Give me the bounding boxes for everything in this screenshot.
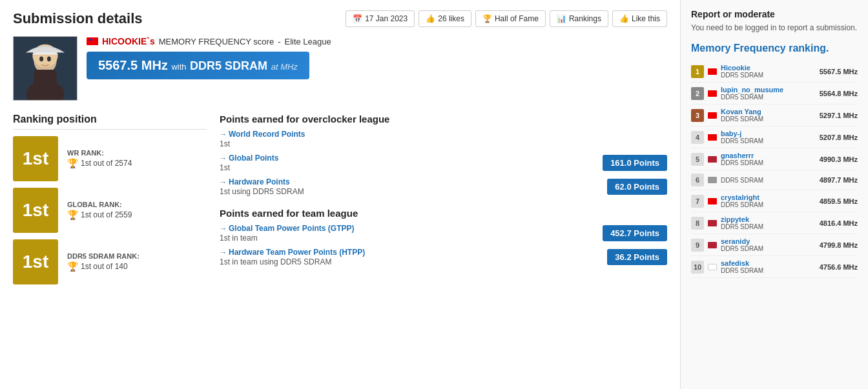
htpp-row: Hardware Team Power Points (HTPP) 1st in… [220,248,667,266]
submission-league: Elite League [284,37,331,46]
hall-of-fame-button[interactable]: 🏆 Hall of Fame [475,10,546,27]
htpp-badge: 36.2 Points [607,249,667,265]
wr-points-link[interactable]: World Record Points [220,130,305,139]
rank-card-global: 1st GLOBAL RANK: 🏆 1st out of 2559 [13,188,207,233]
score-value: 5567.5 MHz [98,58,168,72]
hardware-points-link[interactable]: Hardware Points [220,177,304,186]
rank-user-hw: DDR5 SDRAM [721,223,816,230]
global-rank-badge: 1st [13,188,58,233]
score-ram-type: DDR5 SDRAM [190,59,267,72]
ddr5-rank-info: DDR5 SDRAM RANK: 🏆 1st out of 140 [67,252,140,272]
wr-rank-label: WR RANK: [67,149,132,157]
rankings-label: Rankings [569,14,601,23]
rank-num: 7 [691,195,704,208]
like-this-button[interactable]: 👍 Like this [612,10,667,27]
like-this-label: Like this [632,14,660,23]
submission-score-type: MEMORY FREQUENCY score [159,37,274,46]
flag-icon [708,242,717,248]
trophy-icon-ddr5: 🏆 [67,261,78,272]
rank-user-name[interactable]: lupin_no_musume [721,86,816,94]
htpp-left: Hardware Team Power Points (HTPP) 1st in… [220,248,365,266]
rank-user-name[interactable]: Kovan Yang [721,108,816,115]
rank-user-info: safedisk DDR5 SDRAM [721,259,816,274]
rank-user-info: seranidy DDR5 SDRAM [721,237,816,252]
gtpp-value-text: 1st in team [220,234,354,243]
rankings-button[interactable]: 📊 Rankings [550,10,608,27]
calendar-icon: 📅 [353,14,362,23]
rank-user-info: gnasherrr DDR5 SDRAM [721,152,816,166]
rank-list-item: 7 crystalright DDR5 SDRAM 4859.5 MHz [691,190,858,212]
rank-user-name[interactable]: crystalright [721,194,816,201]
rank-user-info: DDR5 SDRAM [721,177,816,184]
gtpp-badge: 452.7 Points [603,225,667,241]
rank-user-name[interactable]: baby-j [721,130,816,137]
hall-of-fame-label: Hall of Fame [495,14,539,23]
avatar [13,36,78,101]
rank-list-item: 8 zippytek DDR5 SDRAM 4816.4 MHz [691,212,858,234]
rank-user-hw: DDR5 SDRAM [721,267,816,274]
rank-list-item: 6 DDR5 SDRAM 4897.7 MHz [691,170,858,190]
rank-num: 10 [691,261,704,274]
rank-user-name[interactable]: safedisk [721,259,816,267]
global-points-link[interactable]: Global Points [220,154,278,163]
submission-info: 🇹🇼 HICOOKIE`s MEMORY FREQUENCY score - E… [13,36,667,101]
rank-user-info: Hicookie DDR5 SDRAM [721,64,816,79]
svg-point-5 [39,56,43,61]
rank-num: 1 [691,65,704,78]
rank-score: 4756.6 MHz [820,263,858,271]
rank-list-item: 3 Kovan Yang DDR5 SDRAM 5297.1 MHz [691,105,858,126]
sidebar-ranking-title: Memory Frequency ranking. [691,43,858,54]
header-buttons: 📅 17 Jan 2023 👍 26 likes 🏆 Hall of Fame … [346,10,667,27]
rank-user-hw: DDR5 SDRAM [721,94,816,101]
rank-user-info: Kovan Yang DDR5 SDRAM [721,108,816,123]
chart-icon: 📊 [557,14,566,23]
htpp-link[interactable]: Hardware Team Power Points (HTPP) [220,248,365,257]
rank-user-name[interactable]: gnasherrr [721,152,816,159]
rank-user-info: crystalright DDR5 SDRAM [721,194,816,208]
svg-rect-3 [34,70,56,88]
trophy-icon-wr: 🏆 [67,158,78,168]
rank-score: 4859.5 MHz [820,197,858,205]
ddr5-rank-detail-text: 1st out of 140 [81,262,128,271]
global-points-badge: 161.0 Points [603,155,667,171]
rank-user-hw: DDR5 SDRAM [721,137,816,145]
wr-points-left: World Record Points 1st [220,130,305,148]
sidebar: Report or moderate You need to be logged… [681,0,868,389]
rank-user-hw: DDR5 SDRAM [721,177,816,184]
score-with: with [171,62,186,72]
team-points-title: Points earned for team league [220,208,667,219]
global-points-value-text: 1st [220,163,278,172]
submission-title: 🇹🇼 HICOOKIE`s MEMORY FREQUENCY score - E… [87,36,667,46]
rank-score: 4897.7 MHz [820,176,858,184]
wr-points-row: World Record Points 1st [220,130,667,148]
rank-list-item: 5 gnasherrr DDR5 SDRAM 4990.3 MHz [691,148,858,170]
score-badge: 5567.5 MHz with DDR5 SDRAM at MHz [87,52,309,79]
flag-icon [708,220,717,226]
rank-num: 5 [691,153,704,166]
global-rank-info: GLOBAL RANK: 🏆 1st out of 2559 [67,201,132,220]
rank-user-hw: DDR5 SDRAM [721,245,816,252]
global-points-row: Global Points 1st 161.0 Points [220,154,667,172]
rank-list-item: 2 lupin_no_musume DDR5 SDRAM 5564.8 MHz [691,83,858,105]
gtpp-link[interactable]: Global Team Power Points (GTPP) [220,224,354,233]
flag-taiwan: 🇹🇼 [87,37,98,45]
gtpp-left: Global Team Power Points (GTPP) 1st in t… [220,224,354,243]
rank-num: 6 [691,174,704,186]
score-at-mhz: at MHz [271,62,298,72]
rank-user-name[interactable]: seranidy [721,237,816,245]
date-button[interactable]: 📅 17 Jan 2023 [346,10,415,27]
flag-icon [708,198,717,204]
flag-icon [708,264,717,270]
rank-user-info: zippytek DDR5 SDRAM [721,215,816,230]
rank-score: 5564.8 MHz [820,90,858,97]
rank-user-name[interactable]: Hicookie [721,64,816,72]
flag-icon [708,177,717,183]
rank-user-info: baby-j DDR5 SDRAM [721,130,816,145]
rank-user-name[interactable]: zippytek [721,215,816,223]
trophy-icon-global: 🏆 [67,210,78,220]
thumbsup-icon: 👍 [426,14,435,23]
global-rank-detail-text: 1st out of 2559 [81,210,132,219]
rank-num: 8 [691,217,704,230]
likes-button[interactable]: 👍 26 likes [418,10,471,27]
report-text: You need to be logged in to report a sub… [691,23,858,32]
